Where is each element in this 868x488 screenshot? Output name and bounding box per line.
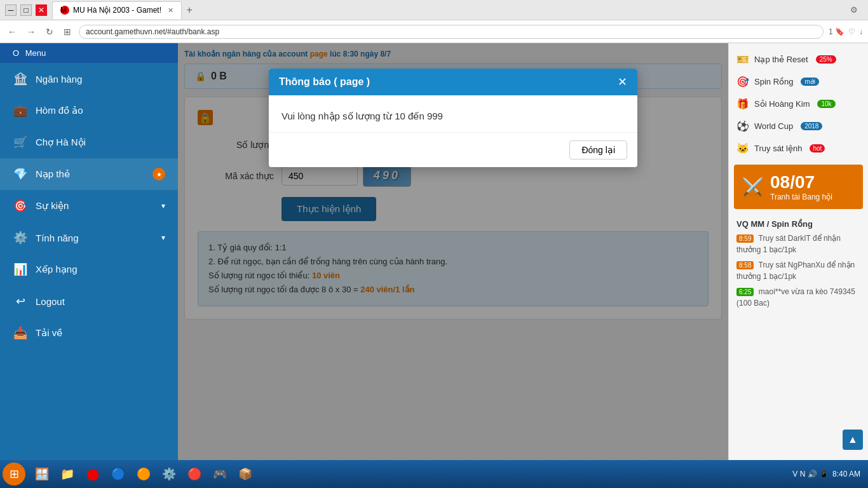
right-item-world-cup[interactable]: ⚽ World Cup 2018 <box>729 115 868 137</box>
tournament-icon: ⚔️ <box>742 177 764 198</box>
cart-icon: 🛒 <box>13 135 28 149</box>
2018-badge: 2018 <box>801 122 822 130</box>
tournament-label: Tranh tài Bang hội <box>770 193 832 201</box>
content-area: Tài khoản ngân hàng của account page lúc… <box>178 43 728 460</box>
address-bar-right: 1 🔖 ♡ ↓ <box>829 27 863 36</box>
right-item-truy-sat-lenh[interactable]: 🐱 Truy sát lệnh hot <box>729 137 868 159</box>
right-item-spin-rong[interactable]: 🎯 Spin Rồng mới <box>729 71 868 93</box>
tournament-box[interactable]: ⚔️ 08/07 Tranh tài Bang hội <box>734 165 863 209</box>
sidebar-item-label: Hòm đồ ảo <box>36 105 83 116</box>
download-icon: 📥 <box>13 326 28 340</box>
taskbar-item-3[interactable]: 🔵 <box>107 463 130 485</box>
taskbar-item-5[interactable]: ⚙️ <box>158 463 180 485</box>
sidebar: O Menu 🏦 Ngân hàng 💼 Hòm đồ ảo 🛒 Chợ Hà … <box>0 43 178 460</box>
taskbar-items: 🪟 📁 ⬤ 🔵 🟠 ⚙️ 🔴 🎮 📦 <box>31 463 792 485</box>
right-item-label: Truy sát lệnh <box>754 144 802 153</box>
sidebar-item-su-kien[interactable]: 🎯 Sự kiện ▾ <box>0 190 178 222</box>
modal-title: Thông báo ( page ) <box>279 76 370 88</box>
home-button[interactable]: ⊞ <box>61 25 74 38</box>
active-tab[interactable]: M MU Hà Nội 2003 - Gamet! ✕ <box>52 1 182 19</box>
activity-item-2: 6:25 maoi**ve vừa ra kèo 749345 (100 Bac… <box>736 286 860 309</box>
modal-overlay: Thông báo ( page ) ✕ Vui lòng nhập số lư… <box>178 43 728 460</box>
address-bar: ← → ↻ ⊞ 1 🔖 ♡ ↓ <box>0 20 868 43</box>
chevron-down-icon: ▾ <box>161 201 165 210</box>
taskbar-item-2[interactable]: ⬤ <box>81 463 104 485</box>
bag-icon: 💼 <box>13 104 28 118</box>
activity-feed: VQ MM / Spin Rồng 8:59 Truy sát DarkIT đ… <box>729 214 868 318</box>
url-input[interactable] <box>79 25 824 39</box>
tab-bar: M MU Hà Nội 2003 - Gamet! ✕ + <box>52 1 845 19</box>
diamond-icon: 💎 <box>13 167 28 181</box>
hot-badge: hot <box>810 144 825 152</box>
chart-icon: 📊 <box>13 262 28 276</box>
forward-button[interactable]: → <box>24 25 38 38</box>
bank-icon: 🏦 <box>13 72 28 86</box>
modal-close-x-button[interactable]: ✕ <box>618 76 627 88</box>
sidebar-item-tinh-nang[interactable]: ⚙️ Tính năng ▾ <box>0 222 178 254</box>
window-controls: ─ □ ✕ <box>5 4 47 16</box>
nap-the-badge: ★ <box>153 168 165 180</box>
browser-titlebar: ─ □ ✕ M MU Hà Nội 2003 - Gamet! ✕ + ⚙ <box>0 0 868 20</box>
sidebar-item-cho-ha-noi[interactable]: 🛒 Chợ Hà Nội <box>0 126 178 158</box>
gift-icon: 🎁 <box>736 98 749 110</box>
sidebar-item-tai-ve[interactable]: 📥 Tải về <box>0 317 178 349</box>
sidebar-item-label: Ngân hàng <box>36 74 82 85</box>
sidebar-item-hom-do-ao[interactable]: 💼 Hòm đồ ảo <box>0 95 178 126</box>
cat-icon: 🐱 <box>736 142 749 154</box>
right-item-label: Nạp thẻ Reset <box>754 55 808 64</box>
clock: 8:40 AM <box>832 470 860 478</box>
menu-label: O Menu <box>0 43 178 63</box>
gear-icon: ⚙️ <box>13 231 28 245</box>
sidebar-item-label: Tính năng <box>36 233 79 243</box>
time-badge-0: 8:59 <box>736 234 754 243</box>
maximize-button[interactable]: □ <box>20 4 32 16</box>
sidebar-item-logout[interactable]: ↩ Logout <box>0 285 178 317</box>
download-icon[interactable]: ↓ <box>859 27 863 36</box>
tab-close-button[interactable]: ✕ <box>168 6 173 15</box>
taskbar-right: V N 🔊 📱 8:40 AM <box>792 470 865 478</box>
sidebar-item-label: Xếp hạng <box>36 264 78 275</box>
right-item-soi-hoang-kim[interactable]: 🎁 Sỏi Hoàng Kim 10k <box>729 93 868 115</box>
activity-text-2: maoi**ve vừa ra kèo 749345 (100 Bac) <box>736 287 855 308</box>
chevron-down-icon-2: ▾ <box>161 233 165 242</box>
refresh-button[interactable]: ↻ <box>43 25 56 38</box>
taskbar-item-1[interactable]: 📁 <box>56 463 79 485</box>
start-button[interactable]: ⊞ <box>3 463 25 485</box>
tournament-info: 08/07 Tranh tài Bang hội <box>770 172 832 201</box>
minimize-button[interactable]: ─ <box>5 4 17 16</box>
right-item-nap-the-reset[interactable]: 🎫 Nạp thẻ Reset 25% <box>729 48 868 71</box>
taskbar-item-4[interactable]: 🟠 <box>132 463 155 485</box>
taskbar: ⊞ 🪟 📁 ⬤ 🔵 🟠 ⚙️ 🔴 🎮 📦 V N 🔊 📱 8:40 AM <box>0 460 868 488</box>
tab-title: MU Hà Nội 2003 - Gamet! <box>73 6 161 15</box>
back-button[interactable]: ← <box>5 25 19 38</box>
modal-header: Thông báo ( page ) ✕ <box>269 69 637 95</box>
bookmark-icon[interactable]: ♡ <box>848 27 855 36</box>
spin-icon: 🎯 <box>736 76 749 88</box>
logout-icon: ↩ <box>13 294 28 308</box>
settings-icon[interactable]: ⚙ <box>850 5 858 15</box>
event-icon: 🎯 <box>13 199 28 213</box>
close-button[interactable]: ✕ <box>36 4 47 16</box>
right-item-label: World Cup <box>754 121 793 131</box>
modal-message: Vui lòng nhập số lượng từ 10 đến 999 <box>281 111 443 121</box>
sidebar-item-xep-hang[interactable]: 📊 Xếp hạng <box>0 254 178 285</box>
sidebar-item-ngan-hang[interactable]: 🏦 Ngân hàng <box>0 63 178 95</box>
sidebar-item-nap-the[interactable]: 💎 Nạp thẻ ★ <box>0 158 178 190</box>
taskbar-item-0[interactable]: 🪟 <box>31 463 53 485</box>
new-badge: mới <box>801 78 819 86</box>
new-tab-button[interactable]: + <box>182 3 197 18</box>
sidebar-item-label: Chợ Hà Nội <box>36 137 86 148</box>
taskbar-item-7[interactable]: 🎮 <box>208 463 231 485</box>
modal-body: Vui lòng nhập số lượng từ 10 đến 999 <box>269 95 637 132</box>
10k-badge: 10k <box>817 100 835 108</box>
modal-close-button[interactable]: Đóng lại <box>569 140 627 159</box>
taskbar-item-8[interactable]: 📦 <box>234 463 257 485</box>
right-item-label: Sỏi Hoàng Kim <box>754 99 810 109</box>
reset-badge: 25% <box>816 55 836 64</box>
scroll-top-button[interactable]: ▲ <box>843 430 863 450</box>
activity-item-1: 8:58 Truy sát NgPhanXu để nhận thưởng 1 … <box>736 259 860 282</box>
opera-icon: O <box>13 48 19 58</box>
modal-footer: Đóng lại <box>269 132 637 167</box>
taskbar-item-6[interactable]: 🔴 <box>183 463 206 485</box>
time-badge-1: 8:58 <box>736 261 754 269</box>
